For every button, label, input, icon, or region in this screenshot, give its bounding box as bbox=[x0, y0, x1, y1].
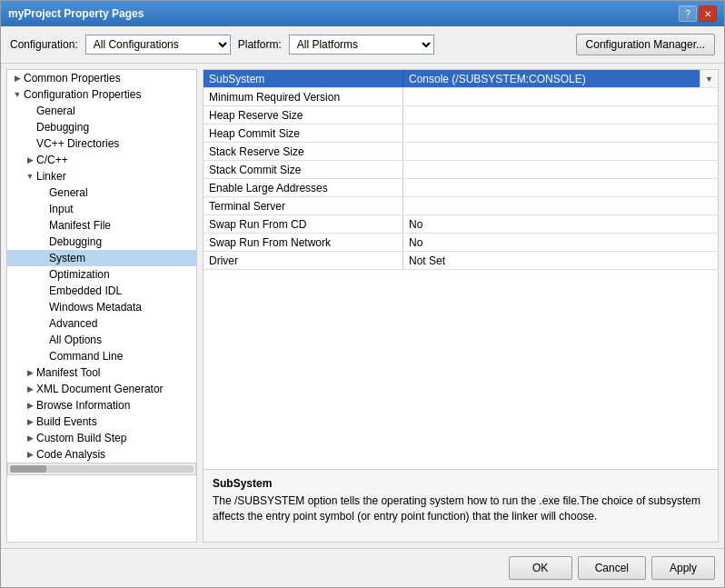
prop-name-enable-large-addresses: Enable Large Addresses bbox=[204, 179, 403, 196]
tree-item-optimization[interactable]: Optimization bbox=[7, 266, 196, 283]
tree-item-linker-debugging[interactable]: Debugging bbox=[7, 234, 196, 250]
tree-item-browse-info[interactable]: ▶Browse Information bbox=[7, 397, 196, 414]
tree-item-c-cpp[interactable]: ▶C/C++ bbox=[7, 152, 196, 168]
prop-row-stack-reserve-size[interactable]: Stack Reserve Size bbox=[204, 143, 718, 161]
platform-select[interactable]: All Platforms bbox=[289, 35, 434, 55]
ok-button[interactable]: OK bbox=[509, 556, 572, 580]
prop-value-stack-reserve-size bbox=[403, 143, 718, 160]
prop-dropdown-subsystem[interactable]: ▼ bbox=[700, 70, 718, 87]
tree-item-label: Manifest Tool bbox=[36, 366, 100, 379]
prop-row-heap-commit-size[interactable]: Heap Commit Size bbox=[204, 125, 718, 143]
prop-value-heap-reserve-size bbox=[403, 106, 718, 124]
tree-item-label: Common Properties bbox=[24, 72, 121, 85]
tree-item-label: Debugging bbox=[49, 235, 102, 248]
tree-item-config-props[interactable]: ▼Configuration Properties bbox=[7, 86, 196, 103]
prop-row-stack-commit-size[interactable]: Stack Commit Size bbox=[204, 161, 718, 179]
scroll-track bbox=[10, 465, 194, 473]
tree-item-label: Command Line bbox=[49, 350, 123, 363]
prop-name-stack-commit-size: Stack Commit Size bbox=[204, 161, 403, 178]
tree-item-linker-input[interactable]: Input bbox=[7, 201, 196, 217]
toolbar: Configuration: All Configurations Platfo… bbox=[1, 26, 724, 64]
prop-row-heap-reserve-size[interactable]: Heap Reserve Size bbox=[204, 106, 718, 125]
tree-item-general[interactable]: General bbox=[7, 103, 196, 119]
apply-button[interactable]: Apply bbox=[651, 556, 715, 580]
prop-name-heap-commit-size: Heap Commit Size bbox=[204, 125, 403, 142]
prop-name-stack-reserve-size: Stack Reserve Size bbox=[204, 143, 403, 160]
prop-value-swap-run-from-cd: No bbox=[403, 215, 718, 233]
tree-arrow: ▶ bbox=[24, 155, 36, 164]
tree-item-label: Code Analysis bbox=[36, 448, 105, 461]
tree-item-label: General bbox=[49, 186, 88, 199]
title-bar-controls: ? ✕ bbox=[679, 5, 717, 22]
tree-arrow: ▶ bbox=[24, 434, 36, 443]
window-title: myProject Property Pages bbox=[8, 7, 144, 20]
tree-item-vc-directories[interactable]: VC++ Directories bbox=[7, 135, 196, 152]
tree-item-embedded-idl[interactable]: Embedded IDL bbox=[7, 283, 196, 299]
main-content: ▶Common Properties▼Configuration Propert… bbox=[1, 64, 724, 548]
horizontal-scrollbar[interactable] bbox=[7, 463, 196, 475]
tree-item-label: Debugging bbox=[36, 121, 89, 134]
tree-item-manifest-file[interactable]: Manifest File bbox=[7, 217, 196, 234]
prop-value-driver: Not Set bbox=[403, 252, 718, 269]
prop-value-enable-large-addresses bbox=[403, 179, 718, 196]
prop-row-driver[interactable]: DriverNot Set bbox=[204, 252, 718, 270]
tree-arrow: ▶ bbox=[24, 417, 36, 426]
prop-row-swap-run-from-network[interactable]: Swap Run From NetworkNo bbox=[204, 234, 718, 252]
prop-name-driver: Driver bbox=[204, 252, 403, 269]
tree-item-label: General bbox=[36, 105, 75, 117]
description-text: The /SUBSYSTEM option tells the operatin… bbox=[213, 493, 709, 524]
tree-item-label: Input bbox=[49, 203, 74, 215]
tree-arrow: ▶ bbox=[24, 368, 36, 377]
tree-item-windows-metadata[interactable]: Windows Metadata bbox=[7, 299, 196, 315]
tree-item-linker-general[interactable]: General bbox=[7, 184, 196, 201]
prop-value-min-required-version bbox=[403, 88, 718, 105]
tree-container: ▶Common Properties▼Configuration Propert… bbox=[7, 70, 196, 463]
prop-row-terminal-server[interactable]: Terminal Server bbox=[204, 197, 718, 215]
prop-name-heap-reserve-size: Heap Reserve Size bbox=[204, 106, 403, 124]
config-label: Configuration: bbox=[10, 38, 78, 51]
platform-label: Platform: bbox=[238, 38, 282, 51]
property-pages-window: myProject Property Pages ? ✕ Configurati… bbox=[0, 0, 725, 588]
prop-name-swap-run-from-network: Swap Run From Network bbox=[204, 234, 403, 251]
description-box: SubSystem The /SUBSYSTEM option tells th… bbox=[203, 470, 719, 543]
tree-item-label: C/C++ bbox=[36, 154, 68, 166]
tree-item-label: XML Document Generator bbox=[36, 383, 164, 395]
prop-value-terminal-server bbox=[403, 197, 718, 214]
tree-arrow: ▶ bbox=[11, 74, 24, 83]
close-button[interactable]: ✕ bbox=[699, 5, 717, 22]
tree-item-linker[interactable]: ▼Linker bbox=[7, 168, 196, 184]
tree-item-advanced[interactable]: Advanced bbox=[7, 315, 196, 332]
prop-row-swap-run-from-cd[interactable]: Swap Run From CDNo bbox=[204, 215, 718, 234]
tree-item-label: VC++ Directories bbox=[36, 137, 119, 150]
tree-item-manifest-tool[interactable]: ▶Manifest Tool bbox=[7, 364, 196, 381]
help-button[interactable]: ? bbox=[679, 5, 697, 22]
tree-item-all-options[interactable]: All Options bbox=[7, 332, 196, 348]
prop-name-terminal-server: Terminal Server bbox=[204, 197, 403, 214]
tree-item-command-line[interactable]: Command Line bbox=[7, 348, 196, 364]
description-title: SubSystem bbox=[213, 477, 709, 490]
config-manager-button[interactable]: Configuration Manager... bbox=[576, 34, 715, 55]
tree-item-label: Configuration Properties bbox=[24, 88, 141, 101]
prop-row-enable-large-addresses[interactable]: Enable Large Addresses bbox=[204, 179, 718, 197]
tree-item-system[interactable]: System bbox=[7, 250, 196, 266]
tree-item-build-events[interactable]: ▶Build Events bbox=[7, 414, 196, 430]
tree-item-label: Build Events bbox=[36, 415, 97, 428]
cancel-button[interactable]: Cancel bbox=[578, 556, 646, 580]
tree-item-custom-build[interactable]: ▶Custom Build Step bbox=[7, 430, 196, 446]
scroll-thumb[interactable] bbox=[10, 465, 46, 473]
tree-item-label: Advanced bbox=[49, 317, 97, 330]
prop-grid-container: SubSystemConsole (/SUBSYSTEM:CONSOLE)▼Mi… bbox=[204, 70, 718, 270]
config-select[interactable]: All Configurations bbox=[85, 35, 231, 55]
prop-row-subsystem[interactable]: SubSystemConsole (/SUBSYSTEM:CONSOLE)▼ bbox=[204, 70, 718, 88]
tree-arrow: ▶ bbox=[24, 401, 36, 410]
tree-panel: ▶Common Properties▼Configuration Propert… bbox=[6, 69, 197, 543]
tree-item-debugging[interactable]: Debugging bbox=[7, 119, 196, 135]
tree-item-label: Windows Metadata bbox=[49, 301, 142, 314]
tree-item-code-analysis[interactable]: ▶Code Analysis bbox=[7, 446, 196, 463]
tree-item-xml-doc-gen[interactable]: ▶XML Document Generator bbox=[7, 381, 196, 397]
tree-item-common-props[interactable]: ▶Common Properties bbox=[7, 70, 196, 86]
tree-arrow: ▶ bbox=[24, 450, 36, 459]
prop-row-min-required-version[interactable]: Minimum Required Version bbox=[204, 88, 718, 106]
prop-value-heap-commit-size bbox=[403, 125, 718, 142]
tree-item-label: Optimization bbox=[49, 268, 110, 281]
